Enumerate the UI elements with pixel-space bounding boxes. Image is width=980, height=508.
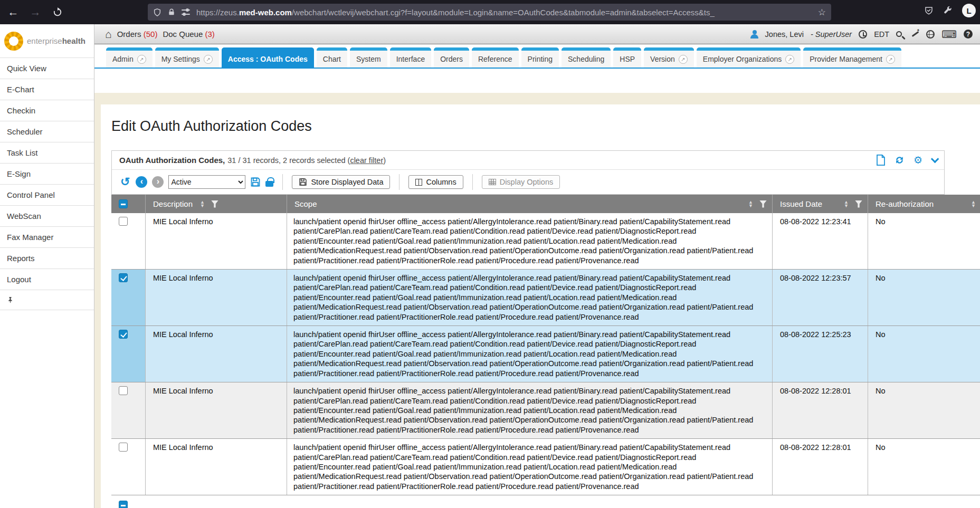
external-link-icon[interactable]: ↗ [679,55,688,64]
tab-admin[interactable]: Admin↗ [106,47,153,68]
sort-icon[interactable]: ▲▼ [844,200,849,208]
tab-my-settings[interactable]: My Settings↗ [155,47,219,68]
sidebar-item-e-sign[interactable]: E-Sign [0,164,94,185]
table-row[interactable]: MIE Local Infernolaunch/patient openid f… [111,326,980,382]
bookmark-star-icon[interactable]: ☆ [818,7,826,18]
header-description[interactable]: Description▲▼ [146,195,287,213]
display-options-button[interactable]: Display Options [482,175,560,189]
help-icon[interactable]: ? [964,30,973,39]
tab-version[interactable]: Version↗ [644,47,694,68]
browser-forward-button[interactable]: → [26,4,44,21]
row-checkbox[interactable] [119,273,128,282]
refresh-icon[interactable] [894,155,905,165]
sort-icon[interactable]: ▲▼ [200,200,205,208]
external-link-icon[interactable]: ↗ [785,55,794,64]
external-link-icon[interactable]: ↗ [886,55,895,64]
wrench-icon[interactable] [943,6,953,15]
external-link-icon[interactable]: ↗ [204,55,213,64]
tab-interface[interactable]: Interface [390,47,431,68]
orders-count: (50) [144,30,158,39]
header-scope[interactable]: Scope▲▼ [287,195,773,213]
page-title: Edit OAuth Authorization Codes [111,118,980,135]
home-icon[interactable]: ⌂ [105,28,112,40]
tab-access-oauth-codes[interactable]: Access : OAuth Codes [222,47,314,68]
header-re-authorization[interactable]: Re-authorization▲▼ [868,195,980,213]
header-issued-date[interactable]: Issued Date▲▼ [773,195,868,213]
browser-back-button[interactable]: ← [4,4,22,21]
clear-filter-link[interactable]: clear filter [350,156,383,165]
tab-label: System [356,55,381,63]
sidebar-item-checkin[interactable]: Checkin [0,100,94,121]
avatar-icon[interactable]: L [962,4,976,17]
tab-reference[interactable]: Reference [472,47,519,68]
user-name[interactable]: Jones, Levi [765,30,804,39]
globe-icon[interactable] [926,30,935,39]
tab-provider-management[interactable]: Provider Management↗ [803,47,901,68]
prev-page-button[interactable]: ‹ [136,176,147,188]
row-description: MIE Local Inferno [146,439,287,495]
filter-icon[interactable] [211,200,218,208]
filter-icon[interactable] [759,200,767,208]
row-select-cell [111,382,146,438]
enterprise-health-logo[interactable]: enterprisehealth [0,24,94,58]
tab-orders[interactable]: Orders [434,47,469,68]
table-row[interactable]: MIE Local Infernolaunch/patient openid f… [111,439,980,495]
row-checkbox[interactable] [119,443,128,452]
store-displayed-data-button[interactable]: Store Displayed Data [292,175,390,189]
undo-icon[interactable]: ↺ [120,176,130,188]
sort-icon[interactable]: ▲▼ [748,200,753,208]
wand-icon[interactable] [911,30,919,39]
sidebar-item-fax-manager[interactable]: Fax Manager [0,227,94,248]
sidebar-item-webscan[interactable]: WebScan [0,206,94,227]
filter-icon[interactable] [855,200,862,208]
next-page-button[interactable]: › [152,176,164,188]
collapse-chevron-icon[interactable] [931,155,939,164]
tab-hsp[interactable]: HSP [613,47,641,68]
select-all-checkbox[interactable] [119,501,128,508]
lock-icon[interactable] [265,181,273,187]
sort-icon[interactable]: ▲▼ [971,200,976,208]
user-icon [750,30,758,39]
tab-printing[interactable]: Printing [521,47,559,68]
pocket-shield-icon[interactable] [924,6,934,15]
tab-chart[interactable]: Chart [317,47,347,68]
orders-link[interactable]: Orders (50) [117,30,158,39]
row-issued-date: 08-08-2022 12:28:01 [773,382,868,438]
sidebar-item-scheduler[interactable]: Scheduler [0,121,94,142]
permissions-icon[interactable] [182,9,190,15]
tab-label: Printing [528,55,553,63]
sidebar-item-e-chart[interactable]: E-Chart [0,79,94,100]
clock-icon[interactable] [859,30,867,39]
lock-icon[interactable] [168,8,175,16]
keyboard-icon[interactable]: ⌨ [941,29,957,40]
document-icon[interactable] [876,155,886,166]
select-all-checkbox[interactable] [119,199,128,208]
shield-icon[interactable] [153,8,161,17]
sidebar-item-quick-view[interactable]: Quick View [0,58,94,79]
table-row[interactable]: MIE Local Infernolaunch/patient openid f… [111,382,980,439]
row-checkbox[interactable] [119,330,128,339]
status-filter-select[interactable]: Active [168,175,245,189]
sidebar-pin[interactable] [0,290,94,310]
search-icon[interactable] [896,31,902,37]
table-row[interactable]: MIE Local Infernolaunch/patient openid f… [111,213,980,270]
columns-button[interactable]: Columns [408,175,463,189]
url-bar[interactable]: https://zeus.med-web.com/webchart/wctlev… [148,4,831,21]
tab-label: Provider Management [810,55,882,63]
sidebar-item-reports[interactable]: Reports [0,248,94,269]
sidebar-item-control-panel[interactable]: Control Panel [0,185,94,206]
external-link-icon[interactable]: ↗ [137,55,146,64]
table-row[interactable]: MIE Local Infernolaunch/patient openid f… [111,270,980,326]
tab-system[interactable]: System [350,47,387,68]
sidebar-item-logout[interactable]: Logout [0,269,94,290]
gear-icon[interactable]: ⚙ [914,155,922,165]
tab-employer-organizations[interactable]: Employer Organizations↗ [697,47,801,68]
save-icon[interactable] [250,177,261,187]
doc-queue-link[interactable]: Doc Queue (3) [163,30,214,39]
tab-scheduling[interactable]: Scheduling [562,47,611,68]
sidebar-item-task-list[interactable]: Task List [0,142,94,164]
admin-tab-strip: Admin↗My Settings↗Access : OAuth CodesCh… [94,44,980,69]
row-checkbox[interactable] [119,217,128,226]
row-checkbox[interactable] [119,386,128,395]
browser-refresh-button[interactable] [49,4,66,21]
